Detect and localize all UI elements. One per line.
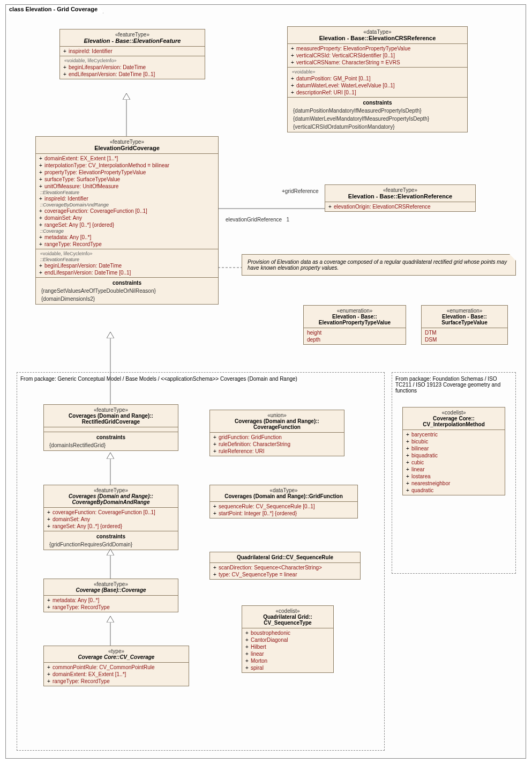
- class-elevation-crs-reference: «dataType» Elevation - Base::ElevationCR…: [287, 26, 468, 132]
- enum-elevation-property-type-value: «enumeration» Elevation - Base:: Elevati…: [303, 305, 406, 345]
- enum-surface-type-value: «enumeration» Elevation - Base:: Surface…: [421, 305, 508, 345]
- assoc-gridreference-label: +gridReference: [282, 188, 319, 194]
- class-coverage-function: «union» Coverages (Domain and Range):: C…: [209, 410, 344, 456]
- assoc-egr-label: elevationGridReference 1: [226, 217, 289, 223]
- note-provision: Provision of Elevation data as a coverag…: [242, 254, 516, 276]
- diagram-title-tab: class Elevation - Grid Coverage: [5, 4, 103, 13]
- class-coverage-by-domain-and-range: «featureType» Coverages (Domain and Rang…: [43, 485, 178, 550]
- class-cv-sequence-type: «codelist» Quadrilateral Grid:: CV_Seque…: [242, 605, 334, 673]
- class-grid-function: «dataType» Coverages (Domain and Range):…: [209, 485, 358, 518]
- class-rectified-grid-coverage: «featureType» Coverages (Domain and Rang…: [43, 404, 178, 451]
- class-cv-interpolation-method: «codelist» Coverage Core:: CV_Interpolat…: [402, 407, 505, 495]
- diagram-frame: class Elevation - Grid Coverage «feature…: [5, 4, 526, 759]
- class-cv-sequence-rule: Quadrilateral Grid::CV_SequenceRule +sca…: [209, 552, 361, 580]
- class-elevation-reference: «featureType» Elevation - Base::Elevatio…: [325, 184, 476, 212]
- class-elevation-grid-coverage: «featureType» ElevationGridCoverage +dom…: [35, 136, 219, 305]
- class-elevation-feature: «featureType» Elevation - Base::Elevatio…: [59, 29, 205, 79]
- class-coverage-base-coverage: «featureType» Coverage (Base)::Coverage …: [43, 579, 178, 612]
- class-cv-coverage: «type» Coverage Core::CV_Coverage +commo…: [43, 646, 189, 686]
